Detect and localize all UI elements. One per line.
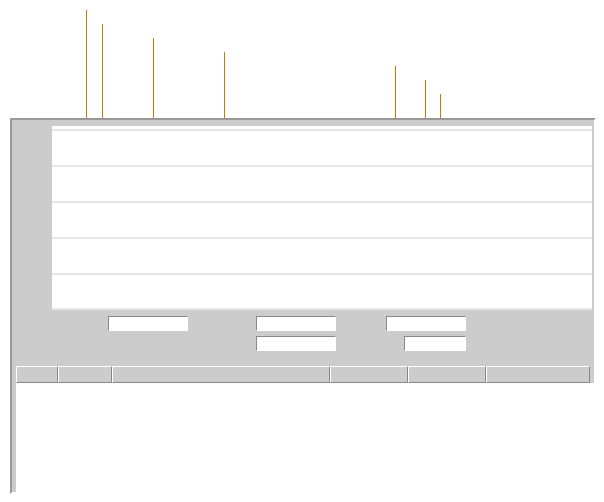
col-scale[interactable] [58,366,112,383]
table-header [16,366,594,383]
value-last [108,316,188,331]
callout-line [395,66,396,126]
col-object[interactable] [408,366,486,383]
y-axis-labels [18,122,48,312]
callout-line [224,52,225,128]
chart-svg [52,126,592,310]
chart-area[interactable] [52,126,592,310]
perfmon-panel [10,118,596,494]
value-average [256,316,336,331]
col-computer[interactable] [486,366,590,383]
value-min [386,316,466,331]
col-counter[interactable] [112,366,330,383]
counter-table [16,366,594,492]
col-color[interactable] [16,366,58,383]
col-instance[interactable] [330,366,408,383]
value-duration [404,336,466,351]
value-max [256,336,336,351]
